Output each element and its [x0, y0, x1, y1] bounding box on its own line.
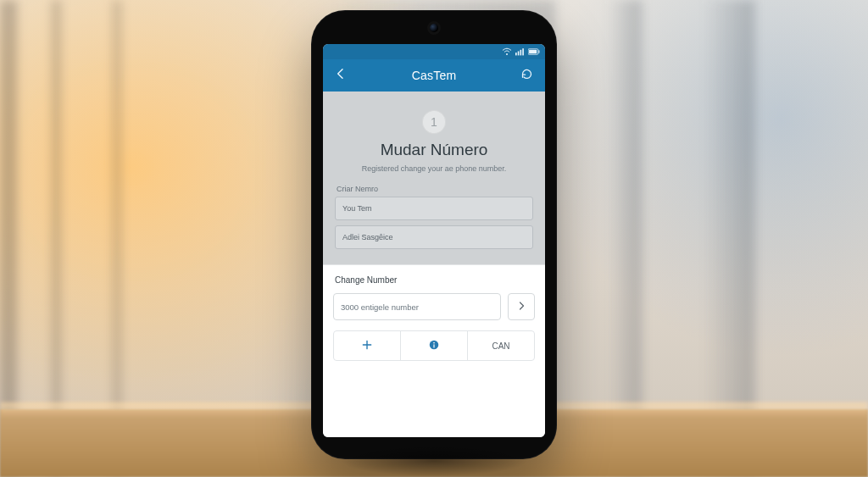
- number-input-placeholder: 3000 entigele number: [341, 302, 419, 312]
- svg-rect-4: [522, 48, 524, 55]
- next-button[interactable]: [508, 293, 535, 320]
- number-input[interactable]: 3000 entigele number: [333, 293, 501, 320]
- svg-rect-2: [518, 51, 520, 55]
- page-subtitle: Registered change your ae phone number.: [335, 164, 533, 173]
- svg-rect-1: [515, 53, 517, 55]
- chevron-right-icon: [516, 299, 526, 314]
- step-badge: 1: [422, 110, 446, 134]
- input-second[interactable]: Adlei Sasgêice: [335, 225, 533, 249]
- status-bar: [323, 44, 545, 59]
- battery-icon: [528, 47, 540, 56]
- add-button[interactable]: [334, 331, 401, 360]
- plus-icon: [361, 339, 373, 353]
- svg-point-0: [506, 53, 508, 55]
- scene-background: CasTem 1 Mudar Número Registered change …: [0, 0, 868, 477]
- page-title: Mudar Número: [335, 141, 533, 159]
- input-second-value: Adlei Sasgêice: [342, 233, 393, 241]
- bottom-sheet: Change Number 3000 entigele number: [323, 264, 545, 437]
- input-criar-value: You Tem: [342, 204, 372, 213]
- svg-rect-7: [538, 50, 539, 53]
- back-button[interactable]: [331, 66, 350, 85]
- can-button[interactable]: CAN: [468, 331, 534, 360]
- front-camera: [430, 24, 438, 32]
- arrow-left-icon: [334, 67, 348, 84]
- action-row: CAN: [333, 330, 535, 361]
- appbar-title: CasTem: [412, 69, 457, 82]
- change-number-label: Change Number: [335, 275, 533, 285]
- wifi-icon: [502, 47, 512, 56]
- field-label-criar: Criar Nemro: [337, 185, 531, 193]
- svg-rect-10: [433, 344, 434, 347]
- can-button-label: CAN: [492, 341, 509, 351]
- svg-point-9: [433, 341, 435, 343]
- info-icon: [428, 339, 440, 353]
- app-bar: CasTem: [323, 59, 545, 92]
- phone-screen: CasTem 1 Mudar Número Registered change …: [323, 44, 545, 437]
- svg-rect-3: [520, 50, 522, 56]
- refresh-icon: [520, 68, 533, 84]
- input-criar[interactable]: You Tem: [335, 197, 533, 220]
- signal-icon: [515, 47, 525, 56]
- phone-frame: CasTem 1 Mudar Número Registered change …: [311, 10, 557, 459]
- refresh-button[interactable]: [518, 66, 537, 85]
- svg-rect-6: [529, 50, 537, 53]
- form-area: 1 Mudar Número Registered change your ae…: [323, 92, 545, 264]
- info-button[interactable]: [401, 331, 468, 360]
